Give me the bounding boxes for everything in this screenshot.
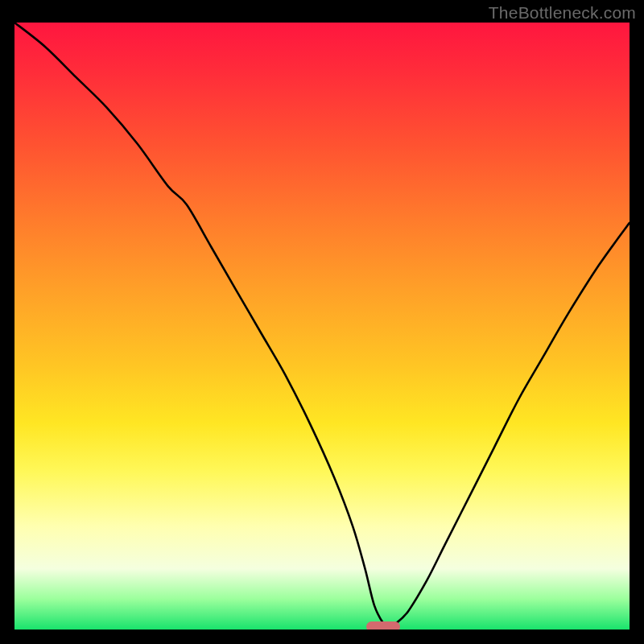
optimal-marker — [366, 621, 400, 630]
chart-frame: TheBottleneck.com — [0, 0, 644, 644]
bottleneck-curve — [14, 23, 630, 630]
watermark-text: TheBottleneck.com — [489, 3, 636, 23]
plot-area — [14, 23, 630, 630]
